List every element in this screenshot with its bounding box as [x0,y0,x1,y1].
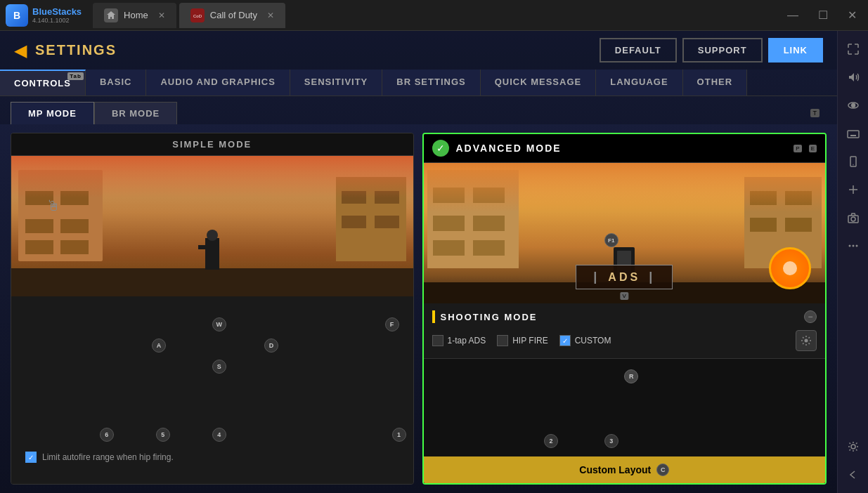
home-tab-close[interactable]: ✕ [158,11,165,20]
hip-fire-option[interactable]: HIP FIRE [497,335,548,346]
window5 [25,240,53,254]
hip-fire-checkbox[interactable] [497,335,508,346]
support-button[interactable]: SUPPORT [682,38,763,63]
custom-layout-button[interactable]: Custom Layout C [424,456,826,483]
bullet-icon [780,258,800,278]
phone-icon[interactable] [841,149,866,174]
hip-fire-label: HIP FIRE [512,336,548,346]
shoot-button-inner [771,249,809,287]
close-button[interactable]: ✕ [842,6,862,25]
tab-basic-label: BASIC [100,77,131,87]
ads-overlay: | ADS | [576,265,673,289]
cod-tab[interactable]: CoD Call of Duty ✕ [179,3,285,28]
p-badge: P [793,145,801,152]
default-button[interactable]: DEFAULT [600,38,677,63]
collapse-button[interactable]: − [804,310,817,323]
window4 [60,219,89,233]
custom-label: CUSTOM [575,336,611,346]
e-badge: E [809,145,817,152]
cod-tab-close[interactable]: ✕ [267,11,274,20]
home-tab[interactable]: Home ✕ [93,3,176,28]
one-tap-ads-option[interactable]: 1-tap ADS [432,335,486,346]
br-mode-tab[interactable]: BR MODE [94,102,177,124]
minimize-button[interactable]: — [782,6,804,25]
one-tap-ads-checkbox[interactable] [432,335,443,346]
adv-sky [424,163,826,212]
settings-icon[interactable] [841,434,866,459]
tab-other-label: OTHER [697,77,733,87]
adv-win9 [750,218,777,232]
add-icon[interactable] [841,177,866,202]
key-f: F [385,317,399,331]
settings-action-buttons: DEFAULT SUPPORT LINK [600,38,823,63]
home-tab-label: Home [124,10,148,20]
key-5: 5 [156,428,170,442]
key-4: 4 [212,428,226,442]
more-dots-icon[interactable] [841,233,866,258]
autofire-checkbox[interactable]: ✓ [25,452,37,463]
titlebar: B BlueStacks 4.140.1.1002 Home ✕ CoD Cal… [0,0,868,31]
adv-win10 [785,218,812,232]
v-badge: V [621,292,628,300]
adv-win5 [433,240,465,256]
tab-audio-graphics[interactable]: AUDIO AND GRAPHICS [146,70,290,96]
camera-icon[interactable] [841,205,866,230]
eye-icon[interactable] [841,93,866,118]
shooting-settings-gear[interactable] [796,330,817,351]
tab-controls-label: CONTROLS [14,78,71,88]
window-controls: — ☐ ✕ [782,6,862,25]
autofire-label: Limit autofire range when hip firing. [42,452,174,462]
key-d: D [264,338,278,353]
volume-icon[interactable] [841,65,866,90]
tab-sensitivity[interactable]: SENSITIVITY [290,70,382,96]
shooting-mode-title: SHOOTING MODE [441,312,538,322]
svg-point-16 [851,217,855,221]
soldier-arm [198,245,205,249]
br-mode-label: BR MODE [112,108,160,119]
one-tap-ads-label: 1-tap ADS [448,336,486,346]
back-arrow-icon[interactable] [841,462,866,487]
t-badge: T [810,109,820,117]
settings-header: ◀ SETTINGS DEFAULT SUPPORT LINK [0,31,837,70]
app-name: BlueStacks [32,6,82,18]
key-w: W [212,317,226,331]
mp-mode-tab[interactable]: MP MODE [11,102,94,124]
shooting-mode-section: SHOOTING MODE − 1-tap ADS HIP FIRE [424,303,826,359]
keyboard-icon[interactable] [841,121,866,146]
autofire-checkbox-row[interactable]: ✓ Limit autofire range when hip firing. [25,452,174,463]
tab-basic[interactable]: BASIC [86,70,146,96]
tab-audio-graphics-label: AUDIO AND GRAPHICS [160,77,275,87]
expand-icon[interactable] [841,37,866,62]
custom-option[interactable]: ✓ CUSTOM [559,335,611,346]
tab-language-label: LANGUAGE [610,77,668,87]
home-icon [104,8,118,22]
f1-key-badge: F1 [604,233,618,247]
advanced-mode-panel: ✓ ADVANCED MODE P E [422,133,827,485]
shoot-button[interactable] [769,247,811,289]
custom-checkbox[interactable]: ✓ [559,335,571,346]
soldier-head [207,230,218,241]
cod-icon: CoD [190,8,205,22]
advanced-header: ✓ ADVANCED MODE P E [424,134,826,163]
tab-language[interactable]: LANGUAGE [596,70,682,96]
app-version: 4.140.1.1002 [32,17,82,24]
soldier-body [205,238,219,270]
tab-other[interactable]: OTHER [683,70,748,96]
key-badge-2: 2 [544,434,558,448]
svg-point-17 [848,245,850,247]
link-button[interactable]: LINK [768,38,823,63]
tab-controls-badge: Tab [67,72,84,80]
maximize-button[interactable]: ☐ [812,6,834,25]
tab-controls[interactable]: CONTROLS Tab [0,70,86,96]
tab-br-settings[interactable]: BR SETTINGS [382,70,480,96]
custom-layout-area: R 2 3 Custom Layout C [424,359,826,483]
window6 [60,240,89,254]
yellow-bar [432,310,435,323]
c-badge: C [656,464,669,476]
sky [11,156,413,198]
settings-title-group: ◀ SETTINGS [14,41,117,60]
right-sidebar [837,31,868,493]
window10 [375,216,399,228]
shooting-mode-header: SHOOTING MODE − [432,310,817,323]
tab-quick-message[interactable]: QUICK MESSAGE [481,70,597,96]
